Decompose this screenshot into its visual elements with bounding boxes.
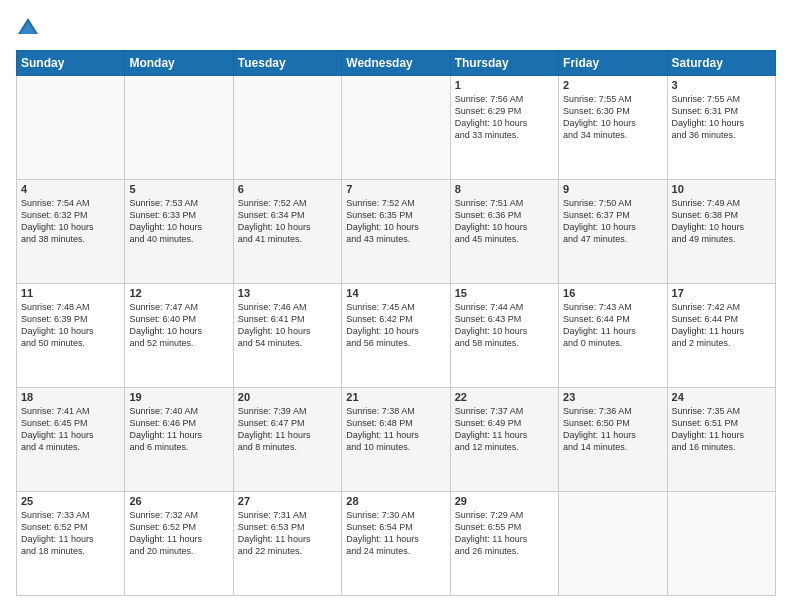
day-info: Sunrise: 7:31 AM Sunset: 6:53 PM Dayligh… xyxy=(238,509,337,558)
day-number: 14 xyxy=(346,287,445,299)
day-info: Sunrise: 7:55 AM Sunset: 6:31 PM Dayligh… xyxy=(672,93,771,142)
day-info: Sunrise: 7:30 AM Sunset: 6:54 PM Dayligh… xyxy=(346,509,445,558)
logo-icon xyxy=(16,16,40,40)
day-number: 6 xyxy=(238,183,337,195)
day-info: Sunrise: 7:47 AM Sunset: 6:40 PM Dayligh… xyxy=(129,301,228,350)
calendar-cell xyxy=(667,492,775,596)
day-number: 7 xyxy=(346,183,445,195)
day-number: 11 xyxy=(21,287,120,299)
day-info: Sunrise: 7:48 AM Sunset: 6:39 PM Dayligh… xyxy=(21,301,120,350)
calendar-table: SundayMondayTuesdayWednesdayThursdayFrid… xyxy=(16,50,776,596)
weekday-header: Friday xyxy=(559,51,667,76)
calendar-cell: 29Sunrise: 7:29 AM Sunset: 6:55 PM Dayli… xyxy=(450,492,558,596)
calendar-cell: 8Sunrise: 7:51 AM Sunset: 6:36 PM Daylig… xyxy=(450,180,558,284)
calendar-cell: 27Sunrise: 7:31 AM Sunset: 6:53 PM Dayli… xyxy=(233,492,341,596)
header xyxy=(16,16,776,40)
day-number: 10 xyxy=(672,183,771,195)
day-info: Sunrise: 7:50 AM Sunset: 6:37 PM Dayligh… xyxy=(563,197,662,246)
day-info: Sunrise: 7:40 AM Sunset: 6:46 PM Dayligh… xyxy=(129,405,228,454)
logo xyxy=(16,16,44,40)
calendar-cell: 24Sunrise: 7:35 AM Sunset: 6:51 PM Dayli… xyxy=(667,388,775,492)
day-number: 4 xyxy=(21,183,120,195)
weekday-header: Thursday xyxy=(450,51,558,76)
calendar-cell: 26Sunrise: 7:32 AM Sunset: 6:52 PM Dayli… xyxy=(125,492,233,596)
calendar-cell: 20Sunrise: 7:39 AM Sunset: 6:47 PM Dayli… xyxy=(233,388,341,492)
day-number: 2 xyxy=(563,79,662,91)
calendar-cell xyxy=(342,76,450,180)
calendar-cell: 3Sunrise: 7:55 AM Sunset: 6:31 PM Daylig… xyxy=(667,76,775,180)
day-info: Sunrise: 7:37 AM Sunset: 6:49 PM Dayligh… xyxy=(455,405,554,454)
calendar-cell xyxy=(233,76,341,180)
day-number: 23 xyxy=(563,391,662,403)
calendar-week-row: 18Sunrise: 7:41 AM Sunset: 6:45 PM Dayli… xyxy=(17,388,776,492)
weekday-header: Monday xyxy=(125,51,233,76)
calendar-cell: 6Sunrise: 7:52 AM Sunset: 6:34 PM Daylig… xyxy=(233,180,341,284)
day-info: Sunrise: 7:38 AM Sunset: 6:48 PM Dayligh… xyxy=(346,405,445,454)
day-info: Sunrise: 7:46 AM Sunset: 6:41 PM Dayligh… xyxy=(238,301,337,350)
day-info: Sunrise: 7:52 AM Sunset: 6:35 PM Dayligh… xyxy=(346,197,445,246)
day-info: Sunrise: 7:56 AM Sunset: 6:29 PM Dayligh… xyxy=(455,93,554,142)
calendar-cell: 21Sunrise: 7:38 AM Sunset: 6:48 PM Dayli… xyxy=(342,388,450,492)
calendar-cell: 2Sunrise: 7:55 AM Sunset: 6:30 PM Daylig… xyxy=(559,76,667,180)
weekday-header-row: SundayMondayTuesdayWednesdayThursdayFrid… xyxy=(17,51,776,76)
calendar-cell: 25Sunrise: 7:33 AM Sunset: 6:52 PM Dayli… xyxy=(17,492,125,596)
calendar-cell: 17Sunrise: 7:42 AM Sunset: 6:44 PM Dayli… xyxy=(667,284,775,388)
calendar-cell: 28Sunrise: 7:30 AM Sunset: 6:54 PM Dayli… xyxy=(342,492,450,596)
calendar-cell: 1Sunrise: 7:56 AM Sunset: 6:29 PM Daylig… xyxy=(450,76,558,180)
day-number: 16 xyxy=(563,287,662,299)
calendar-cell: 22Sunrise: 7:37 AM Sunset: 6:49 PM Dayli… xyxy=(450,388,558,492)
day-number: 15 xyxy=(455,287,554,299)
day-number: 8 xyxy=(455,183,554,195)
calendar-cell: 4Sunrise: 7:54 AM Sunset: 6:32 PM Daylig… xyxy=(17,180,125,284)
day-number: 13 xyxy=(238,287,337,299)
calendar-week-row: 1Sunrise: 7:56 AM Sunset: 6:29 PM Daylig… xyxy=(17,76,776,180)
day-info: Sunrise: 7:45 AM Sunset: 6:42 PM Dayligh… xyxy=(346,301,445,350)
calendar-cell: 5Sunrise: 7:53 AM Sunset: 6:33 PM Daylig… xyxy=(125,180,233,284)
calendar-week-row: 11Sunrise: 7:48 AM Sunset: 6:39 PM Dayli… xyxy=(17,284,776,388)
day-number: 9 xyxy=(563,183,662,195)
day-info: Sunrise: 7:42 AM Sunset: 6:44 PM Dayligh… xyxy=(672,301,771,350)
calendar-cell: 23Sunrise: 7:36 AM Sunset: 6:50 PM Dayli… xyxy=(559,388,667,492)
day-number: 22 xyxy=(455,391,554,403)
calendar-week-row: 4Sunrise: 7:54 AM Sunset: 6:32 PM Daylig… xyxy=(17,180,776,284)
day-info: Sunrise: 7:51 AM Sunset: 6:36 PM Dayligh… xyxy=(455,197,554,246)
day-number: 3 xyxy=(672,79,771,91)
day-number: 12 xyxy=(129,287,228,299)
day-number: 19 xyxy=(129,391,228,403)
weekday-header: Sunday xyxy=(17,51,125,76)
day-number: 17 xyxy=(672,287,771,299)
calendar-cell: 7Sunrise: 7:52 AM Sunset: 6:35 PM Daylig… xyxy=(342,180,450,284)
day-info: Sunrise: 7:52 AM Sunset: 6:34 PM Dayligh… xyxy=(238,197,337,246)
weekday-header: Saturday xyxy=(667,51,775,76)
day-number: 18 xyxy=(21,391,120,403)
weekday-header: Tuesday xyxy=(233,51,341,76)
calendar-cell: 9Sunrise: 7:50 AM Sunset: 6:37 PM Daylig… xyxy=(559,180,667,284)
calendar-cell: 18Sunrise: 7:41 AM Sunset: 6:45 PM Dayli… xyxy=(17,388,125,492)
day-number: 5 xyxy=(129,183,228,195)
calendar-cell xyxy=(125,76,233,180)
calendar-cell: 16Sunrise: 7:43 AM Sunset: 6:44 PM Dayli… xyxy=(559,284,667,388)
calendar-cell: 19Sunrise: 7:40 AM Sunset: 6:46 PM Dayli… xyxy=(125,388,233,492)
day-info: Sunrise: 7:29 AM Sunset: 6:55 PM Dayligh… xyxy=(455,509,554,558)
day-info: Sunrise: 7:32 AM Sunset: 6:52 PM Dayligh… xyxy=(129,509,228,558)
calendar-cell: 11Sunrise: 7:48 AM Sunset: 6:39 PM Dayli… xyxy=(17,284,125,388)
day-number: 21 xyxy=(346,391,445,403)
day-info: Sunrise: 7:33 AM Sunset: 6:52 PM Dayligh… xyxy=(21,509,120,558)
weekday-header: Wednesday xyxy=(342,51,450,76)
calendar-cell: 13Sunrise: 7:46 AM Sunset: 6:41 PM Dayli… xyxy=(233,284,341,388)
day-number: 27 xyxy=(238,495,337,507)
day-info: Sunrise: 7:41 AM Sunset: 6:45 PM Dayligh… xyxy=(21,405,120,454)
day-info: Sunrise: 7:35 AM Sunset: 6:51 PM Dayligh… xyxy=(672,405,771,454)
calendar-cell: 14Sunrise: 7:45 AM Sunset: 6:42 PM Dayli… xyxy=(342,284,450,388)
page: SundayMondayTuesdayWednesdayThursdayFrid… xyxy=(0,0,792,612)
day-info: Sunrise: 7:36 AM Sunset: 6:50 PM Dayligh… xyxy=(563,405,662,454)
day-number: 1 xyxy=(455,79,554,91)
day-number: 20 xyxy=(238,391,337,403)
day-info: Sunrise: 7:39 AM Sunset: 6:47 PM Dayligh… xyxy=(238,405,337,454)
calendar-cell: 12Sunrise: 7:47 AM Sunset: 6:40 PM Dayli… xyxy=(125,284,233,388)
calendar-cell xyxy=(559,492,667,596)
day-number: 24 xyxy=(672,391,771,403)
day-info: Sunrise: 7:53 AM Sunset: 6:33 PM Dayligh… xyxy=(129,197,228,246)
calendar-cell xyxy=(17,76,125,180)
day-number: 29 xyxy=(455,495,554,507)
